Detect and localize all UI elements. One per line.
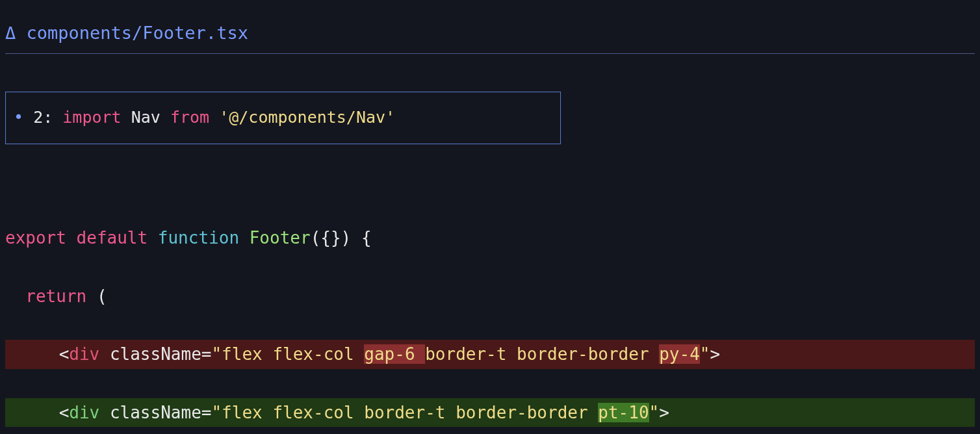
deleted-line[interactable]: <div className="flex flex-col gap-6 bord…: [5, 340, 975, 369]
file-header[interactable]: Δ components/Footer.tsx: [5, 19, 975, 47]
tag-div: div: [69, 344, 99, 364]
indent: [5, 287, 25, 306]
indent: [18, 344, 59, 364]
kw-return: return: [25, 287, 86, 306]
attr-classname: className: [110, 403, 201, 422]
tag-open: <: [59, 403, 70, 422]
kw-default: default: [77, 228, 148, 248]
tag-close: >: [710, 344, 721, 364]
removed-token: gap-6: [364, 344, 425, 364]
quote: ": [211, 403, 222, 422]
indent: [18, 403, 59, 422]
code-block: export default function Footer({}) { ret…: [5, 195, 975, 434]
attr-classname: className: [110, 344, 201, 364]
bullet-icon: •: [14, 108, 23, 127]
fn-params: ({}): [311, 228, 352, 248]
identifier-nav: Nav: [131, 108, 161, 127]
removed-token: py-4: [659, 344, 700, 364]
quote: ": [211, 344, 222, 364]
tag-close: >: [659, 403, 669, 422]
space: [99, 344, 110, 364]
brace-open: {: [351, 228, 371, 248]
delta-icon: Δ: [5, 19, 16, 47]
space: [99, 403, 110, 422]
file-path: components/Footer.tsx: [27, 23, 248, 43]
header-divider: [5, 53, 975, 54]
module-path: '@/components/Nav': [219, 108, 395, 127]
str-part: border-t border-border: [425, 344, 659, 364]
tag-open: <: [59, 344, 70, 364]
code-line: export default function Footer({}) {: [5, 223, 975, 253]
added-line[interactable]: <div className="flex flex-col border-t b…: [5, 398, 975, 428]
hunk-line-number: 2:: [33, 108, 53, 127]
added-token: pt-10: [598, 403, 649, 422]
quote: ": [700, 344, 710, 364]
code-line: return (: [5, 282, 975, 311]
quote: ": [649, 403, 660, 422]
tag-div: div: [69, 403, 99, 422]
kw-import: import: [62, 108, 121, 127]
paren-open: (: [86, 287, 107, 306]
fn-name: Footer: [250, 228, 311, 248]
str-part: flex flex-col: [222, 344, 364, 364]
kw-export: export: [5, 228, 66, 248]
diff-view: Δ components/Footer.tsx • 2: import Nav …: [0, 0, 980, 434]
kw-function: function: [158, 228, 239, 248]
hunk-summary[interactable]: • 2: import Nav from '@/components/Nav': [5, 92, 561, 144]
equals: =: [201, 403, 212, 422]
equals: =: [201, 344, 212, 364]
str-part: flex flex-col border-t border-border: [222, 403, 598, 422]
kw-from: from: [170, 108, 209, 127]
